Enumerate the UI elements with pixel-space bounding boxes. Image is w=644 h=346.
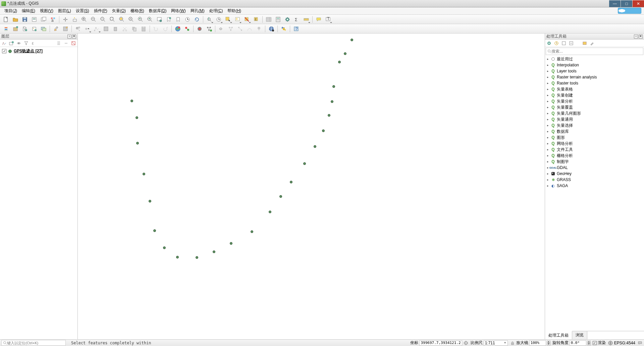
menu-item[interactable]: 编辑(E) <box>19 7 38 14</box>
processing-panel-float-button[interactable]: ▫ <box>634 35 638 39</box>
map-canvas[interactable] <box>78 34 545 339</box>
menu-item[interactable]: 视图(V) <box>38 7 56 14</box>
plugin-georeferencer-button[interactable] <box>173 25 182 33</box>
plugin-vectorize-button[interactable] <box>183 25 192 33</box>
temporal-controller-button[interactable] <box>183 15 192 23</box>
identify-button[interactable]: i <box>205 15 214 23</box>
gps-point[interactable] <box>314 145 316 148</box>
locator-input[interactable] <box>7 341 64 345</box>
window-minimize-button[interactable]: — <box>609 0 621 7</box>
menu-item[interactable]: 图层(L) <box>56 7 73 14</box>
gps-point[interactable] <box>130 100 133 102</box>
gps-point[interactable] <box>149 200 151 203</box>
locator-box[interactable] <box>1 340 66 346</box>
processing-tree-item[interactable]: Q矢量覆盖 <box>545 104 644 110</box>
scale-combo[interactable]: 1:711▼ <box>484 340 508 346</box>
pan-button[interactable] <box>61 15 70 23</box>
expand-icon[interactable] <box>546 76 549 79</box>
processing-tab-browser[interactable]: 浏览 <box>572 331 587 339</box>
processing-tree-item[interactable]: Q网络分析 <box>545 140 644 147</box>
manage-visibility-button[interactable] <box>16 40 22 46</box>
lock-icon[interactable] <box>510 340 515 346</box>
new-geopackage-button[interactable] <box>11 25 20 33</box>
gps-point[interactable] <box>338 61 341 63</box>
processing-search-input[interactable] <box>551 49 642 54</box>
layers-tree[interactable]: ✓ GPS轨迹点 [27] <box>0 47 77 339</box>
gps-point[interactable] <box>331 100 333 103</box>
expand-icon[interactable] <box>546 154 549 157</box>
gps-point[interactable] <box>136 142 139 145</box>
layers-panel-close-button[interactable]: ✕ <box>72 35 76 39</box>
plugin-topology-button[interactable] <box>217 25 226 33</box>
text-annotation-button[interactable]: T <box>324 15 332 23</box>
measure-button[interactable] <box>302 15 311 23</box>
menu-item[interactable]: 插件(P) <box>92 7 110 14</box>
expand-icon[interactable] <box>546 124 549 127</box>
magnifier-spinner[interactable]: ▲▼ <box>547 341 550 345</box>
gps-point[interactable] <box>328 114 330 117</box>
crs-icon[interactable] <box>608 340 613 346</box>
processing-tree-item[interactable]: GDALGDAL <box>545 165 644 171</box>
window-close-button[interactable]: ✕ <box>633 0 644 7</box>
plugin-web-button[interactable] <box>267 25 276 33</box>
processing-script-button[interactable] <box>561 40 567 46</box>
open-attribute-table-button[interactable] <box>264 15 273 23</box>
expand-icon[interactable] <box>546 178 549 181</box>
layout-manager-button[interactable] <box>39 15 48 23</box>
new-shapefile-button[interactable]: V <box>20 25 29 33</box>
expand-icon[interactable] <box>546 70 549 73</box>
plugin-coordinate-button[interactable] <box>236 25 245 33</box>
gps-point[interactable] <box>279 195 282 198</box>
plugin-trace-button[interactable] <box>245 25 254 33</box>
gps-point[interactable] <box>290 181 292 183</box>
new-bookmark-button[interactable] <box>164 15 173 23</box>
filter-legend-button[interactable] <box>23 40 29 46</box>
redo-button[interactable] <box>161 25 170 33</box>
select-features-button[interactable] <box>224 15 232 23</box>
gps-point[interactable] <box>344 52 346 55</box>
select-by-expression-button[interactable]: ε <box>252 15 261 23</box>
statistics-button[interactable]: Σ <box>292 15 301 23</box>
help-button[interactable]: ? <box>292 25 301 33</box>
expand-icon[interactable] <box>546 118 549 121</box>
collapse-all-button[interactable] <box>63 40 69 46</box>
gps-point[interactable] <box>136 116 138 119</box>
processing-tree-item[interactable]: Q矢量选择 <box>545 122 644 128</box>
processing-tree[interactable]: 最近用过QInterpolationQLayer toolsQRaster te… <box>545 56 644 331</box>
processing-model-button[interactable] <box>546 40 552 46</box>
toggle-editing-button[interactable] <box>52 25 60 33</box>
expand-icon[interactable] <box>546 172 549 175</box>
zoom-full-button[interactable] <box>108 15 117 23</box>
remove-layer-button[interactable] <box>70 40 76 46</box>
gps-point[interactable] <box>322 129 325 132</box>
zoom-native-button[interactable] <box>99 15 107 23</box>
layer-item-gps[interactable]: ✓ GPS轨迹点 [27] <box>1 48 77 55</box>
gps-point[interactable] <box>303 162 306 165</box>
expand-icon[interactable] <box>546 184 549 187</box>
plugin-networks-button[interactable] <box>205 25 213 33</box>
processing-edit-button[interactable] <box>582 40 588 46</box>
zoom-in-button[interactable] <box>80 15 89 23</box>
menu-item[interactable]: 项目(J) <box>2 7 19 14</box>
messages-icon[interactable] <box>637 340 643 346</box>
plugin-mapswipe-button[interactable] <box>195 25 204 33</box>
gps-point[interactable] <box>163 246 166 249</box>
move-feature-button[interactable] <box>83 25 92 33</box>
save-project-button[interactable] <box>20 15 29 23</box>
gps-point[interactable] <box>176 256 179 258</box>
field-calculator-button[interactable] <box>274 15 282 23</box>
processing-history-button[interactable] <box>553 40 559 46</box>
processing-results-button[interactable] <box>568 40 574 46</box>
copy-features-button[interactable] <box>130 25 139 33</box>
processing-tree-item[interactable]: QLayer tools <box>545 68 644 74</box>
processing-tree-item[interactable]: Q矢量表格 <box>545 86 644 92</box>
zoom-to-selection-button[interactable] <box>117 15 126 23</box>
menu-item[interactable]: 设置(S) <box>73 7 92 14</box>
expand-icon[interactable] <box>546 94 549 97</box>
processing-toolbox-button[interactable] <box>283 15 292 23</box>
modify-attributes-button[interactable] <box>102 25 110 33</box>
filter-by-expression-button[interactable]: ε <box>31 40 37 46</box>
new-virtual-layer-button[interactable] <box>39 25 48 33</box>
data-source-manager-button[interactable] <box>2 25 10 33</box>
refresh-button[interactable] <box>193 15 201 23</box>
